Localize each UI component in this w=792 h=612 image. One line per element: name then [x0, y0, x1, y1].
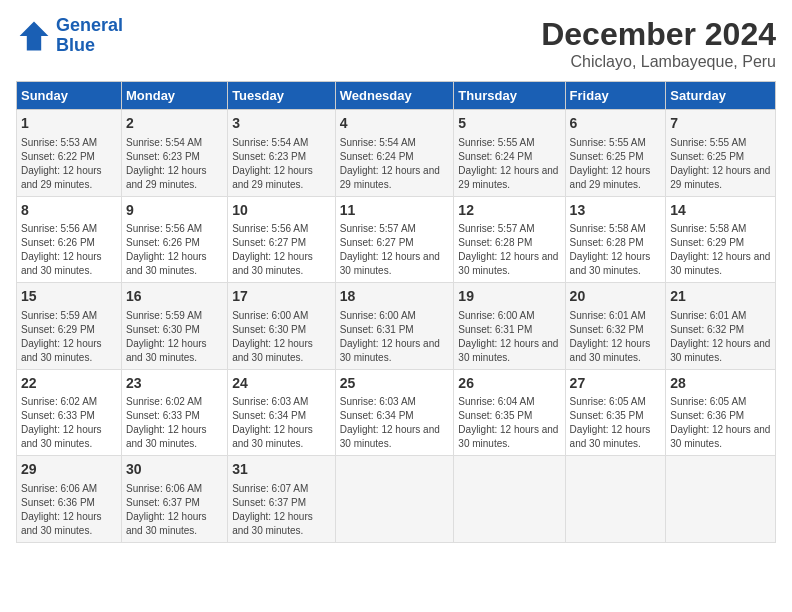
- day-number: 29: [21, 460, 117, 480]
- week-row-1: 1Sunrise: 5:53 AMSunset: 6:22 PMDaylight…: [17, 110, 776, 197]
- day-number: 6: [570, 114, 662, 134]
- calendar-cell: 12Sunrise: 5:57 AMSunset: 6:28 PMDayligh…: [454, 196, 565, 283]
- day-info: Sunrise: 6:03 AMSunset: 6:34 PMDaylight:…: [340, 395, 450, 451]
- logo-icon: [16, 18, 52, 54]
- day-number: 19: [458, 287, 560, 307]
- calendar-cell: 9Sunrise: 5:56 AMSunset: 6:26 PMDaylight…: [121, 196, 227, 283]
- logo: General Blue: [16, 16, 123, 56]
- subtitle: Chiclayo, Lambayeque, Peru: [541, 53, 776, 71]
- day-info: Sunrise: 5:58 AMSunset: 6:29 PMDaylight:…: [670, 222, 771, 278]
- day-number: 8: [21, 201, 117, 221]
- calendar-cell: 31Sunrise: 6:07 AMSunset: 6:37 PMDayligh…: [228, 456, 336, 543]
- day-info: Sunrise: 6:01 AMSunset: 6:32 PMDaylight:…: [670, 309, 771, 365]
- day-number: 1: [21, 114, 117, 134]
- calendar-cell: 13Sunrise: 5:58 AMSunset: 6:28 PMDayligh…: [565, 196, 666, 283]
- header-tuesday: Tuesday: [228, 82, 336, 110]
- calendar-cell: 7Sunrise: 5:55 AMSunset: 6:25 PMDaylight…: [666, 110, 776, 197]
- day-number: 31: [232, 460, 331, 480]
- calendar-cell: 8Sunrise: 5:56 AMSunset: 6:26 PMDaylight…: [17, 196, 122, 283]
- day-number: 7: [670, 114, 771, 134]
- calendar-cell: 4Sunrise: 5:54 AMSunset: 6:24 PMDaylight…: [335, 110, 454, 197]
- day-number: 15: [21, 287, 117, 307]
- week-row-2: 8Sunrise: 5:56 AMSunset: 6:26 PMDaylight…: [17, 196, 776, 283]
- day-number: 20: [570, 287, 662, 307]
- day-info: Sunrise: 5:56 AMSunset: 6:27 PMDaylight:…: [232, 222, 331, 278]
- header-sunday: Sunday: [17, 82, 122, 110]
- day-info: Sunrise: 6:00 AMSunset: 6:31 PMDaylight:…: [340, 309, 450, 365]
- page-header: General Blue December 2024 Chiclayo, Lam…: [16, 16, 776, 71]
- calendar-cell: 5Sunrise: 5:55 AMSunset: 6:24 PMDaylight…: [454, 110, 565, 197]
- day-info: Sunrise: 6:00 AMSunset: 6:31 PMDaylight:…: [458, 309, 560, 365]
- day-number: 17: [232, 287, 331, 307]
- calendar-header-row: SundayMondayTuesdayWednesdayThursdayFrid…: [17, 82, 776, 110]
- day-number: 16: [126, 287, 223, 307]
- day-number: 21: [670, 287, 771, 307]
- calendar-table: SundayMondayTuesdayWednesdayThursdayFrid…: [16, 81, 776, 543]
- calendar-cell: 25Sunrise: 6:03 AMSunset: 6:34 PMDayligh…: [335, 369, 454, 456]
- calendar-cell: 16Sunrise: 5:59 AMSunset: 6:30 PMDayligh…: [121, 283, 227, 370]
- calendar-cell: 17Sunrise: 6:00 AMSunset: 6:30 PMDayligh…: [228, 283, 336, 370]
- header-saturday: Saturday: [666, 82, 776, 110]
- day-number: 13: [570, 201, 662, 221]
- day-info: Sunrise: 5:59 AMSunset: 6:29 PMDaylight:…: [21, 309, 117, 365]
- calendar-cell: 20Sunrise: 6:01 AMSunset: 6:32 PMDayligh…: [565, 283, 666, 370]
- week-row-3: 15Sunrise: 5:59 AMSunset: 6:29 PMDayligh…: [17, 283, 776, 370]
- day-number: 14: [670, 201, 771, 221]
- day-info: Sunrise: 5:56 AMSunset: 6:26 PMDaylight:…: [126, 222, 223, 278]
- day-number: 22: [21, 374, 117, 394]
- day-info: Sunrise: 6:02 AMSunset: 6:33 PMDaylight:…: [126, 395, 223, 451]
- calendar-cell: 2Sunrise: 5:54 AMSunset: 6:23 PMDaylight…: [121, 110, 227, 197]
- calendar-cell: 10Sunrise: 5:56 AMSunset: 6:27 PMDayligh…: [228, 196, 336, 283]
- day-info: Sunrise: 5:53 AMSunset: 6:22 PMDaylight:…: [21, 136, 117, 192]
- day-info: Sunrise: 6:02 AMSunset: 6:33 PMDaylight:…: [21, 395, 117, 451]
- day-number: 30: [126, 460, 223, 480]
- calendar-cell: 1Sunrise: 5:53 AMSunset: 6:22 PMDaylight…: [17, 110, 122, 197]
- day-info: Sunrise: 6:03 AMSunset: 6:34 PMDaylight:…: [232, 395, 331, 451]
- day-info: Sunrise: 6:05 AMSunset: 6:36 PMDaylight:…: [670, 395, 771, 451]
- day-info: Sunrise: 6:04 AMSunset: 6:35 PMDaylight:…: [458, 395, 560, 451]
- day-number: 25: [340, 374, 450, 394]
- day-number: 12: [458, 201, 560, 221]
- day-info: Sunrise: 5:58 AMSunset: 6:28 PMDaylight:…: [570, 222, 662, 278]
- day-number: 18: [340, 287, 450, 307]
- day-info: Sunrise: 5:57 AMSunset: 6:27 PMDaylight:…: [340, 222, 450, 278]
- day-info: Sunrise: 6:01 AMSunset: 6:32 PMDaylight:…: [570, 309, 662, 365]
- calendar-cell: 18Sunrise: 6:00 AMSunset: 6:31 PMDayligh…: [335, 283, 454, 370]
- day-number: 3: [232, 114, 331, 134]
- day-info: Sunrise: 5:56 AMSunset: 6:26 PMDaylight:…: [21, 222, 117, 278]
- calendar-cell: 6Sunrise: 5:55 AMSunset: 6:25 PMDaylight…: [565, 110, 666, 197]
- calendar-cell: [565, 456, 666, 543]
- day-number: 26: [458, 374, 560, 394]
- calendar-cell: 26Sunrise: 6:04 AMSunset: 6:35 PMDayligh…: [454, 369, 565, 456]
- day-info: Sunrise: 6:06 AMSunset: 6:37 PMDaylight:…: [126, 482, 223, 538]
- calendar-cell: 3Sunrise: 5:54 AMSunset: 6:23 PMDaylight…: [228, 110, 336, 197]
- day-info: Sunrise: 6:06 AMSunset: 6:36 PMDaylight:…: [21, 482, 117, 538]
- day-number: 27: [570, 374, 662, 394]
- calendar-cell: 30Sunrise: 6:06 AMSunset: 6:37 PMDayligh…: [121, 456, 227, 543]
- header-wednesday: Wednesday: [335, 82, 454, 110]
- calendar-cell: [666, 456, 776, 543]
- calendar-cell: 28Sunrise: 6:05 AMSunset: 6:36 PMDayligh…: [666, 369, 776, 456]
- svg-marker-0: [20, 21, 49, 50]
- day-info: Sunrise: 5:57 AMSunset: 6:28 PMDaylight:…: [458, 222, 560, 278]
- day-number: 11: [340, 201, 450, 221]
- day-info: Sunrise: 5:59 AMSunset: 6:30 PMDaylight:…: [126, 309, 223, 365]
- week-row-5: 29Sunrise: 6:06 AMSunset: 6:36 PMDayligh…: [17, 456, 776, 543]
- day-info: Sunrise: 5:55 AMSunset: 6:24 PMDaylight:…: [458, 136, 560, 192]
- title-block: December 2024 Chiclayo, Lambayeque, Peru: [541, 16, 776, 71]
- week-row-4: 22Sunrise: 6:02 AMSunset: 6:33 PMDayligh…: [17, 369, 776, 456]
- day-info: Sunrise: 6:07 AMSunset: 6:37 PMDaylight:…: [232, 482, 331, 538]
- day-number: 23: [126, 374, 223, 394]
- day-number: 5: [458, 114, 560, 134]
- calendar-cell: 15Sunrise: 5:59 AMSunset: 6:29 PMDayligh…: [17, 283, 122, 370]
- day-number: 10: [232, 201, 331, 221]
- calendar-cell: 21Sunrise: 6:01 AMSunset: 6:32 PMDayligh…: [666, 283, 776, 370]
- day-number: 24: [232, 374, 331, 394]
- header-monday: Monday: [121, 82, 227, 110]
- logo-text: General Blue: [56, 16, 123, 56]
- day-info: Sunrise: 5:55 AMSunset: 6:25 PMDaylight:…: [670, 136, 771, 192]
- calendar-cell: 11Sunrise: 5:57 AMSunset: 6:27 PMDayligh…: [335, 196, 454, 283]
- day-number: 4: [340, 114, 450, 134]
- calendar-cell: 29Sunrise: 6:06 AMSunset: 6:36 PMDayligh…: [17, 456, 122, 543]
- main-title: December 2024: [541, 16, 776, 53]
